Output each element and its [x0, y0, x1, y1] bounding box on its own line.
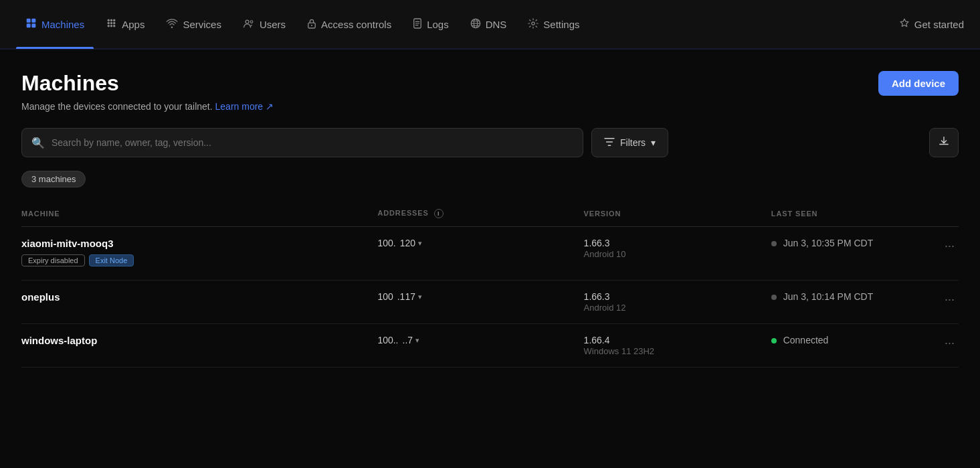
status-dot [771, 295, 777, 300]
status-dot [771, 241, 777, 246]
table-row: windows-laptop 100.. ..7 ▾ 1.66.4 Window… [21, 324, 959, 368]
get-started-button[interactable]: Get started [899, 18, 964, 31]
globe-icon [470, 18, 481, 31]
add-device-button[interactable]: Add device [878, 71, 959, 96]
status-dot [771, 338, 777, 343]
filter-icon [604, 137, 615, 149]
col-header-actions [940, 204, 959, 227]
search-row: 🔍 Filters ▾ [21, 128, 959, 157]
nav-users-label: Users [260, 19, 286, 30]
addr-prefix: 100 [377, 291, 393, 302]
download-icon [939, 136, 949, 149]
machines-count-badge: 3 machines [21, 171, 86, 187]
addr-cell: 100 .117 ▾ [377, 281, 583, 324]
table-row: xiaomi-mitv-mooq3 Expiry disabledExit No… [21, 227, 959, 281]
svg-point-14 [250, 20, 253, 23]
version-number: 1.66.3 [584, 291, 771, 302]
actions-cell: ··· [940, 227, 959, 281]
nav-item-access-controls[interactable]: Access controls [298, 0, 401, 49]
row-more-button[interactable]: ··· [941, 335, 959, 352]
svg-point-10 [108, 25, 110, 27]
machine-name-cell: xiaomi-mitv-mooq3 Expiry disabledExit No… [21, 227, 377, 281]
nav-logs-label: Logs [427, 19, 449, 30]
addresses-info-icon: i [434, 209, 444, 218]
nav-access-controls-label: Access controls [321, 19, 391, 30]
page-title-area: Machines Manage the devices connected to… [21, 71, 274, 112]
last-seen-value: Jun 3, 10:35 PM CDT [783, 238, 874, 248]
col-header-addresses: ADDRESSES i [377, 204, 583, 227]
table-row: oneplus 100 .117 ▾ 1.66.3 Android 12 Jun… [21, 281, 959, 324]
addr-cell: 100.. ..7 ▾ [377, 324, 583, 368]
nav-item-users[interactable]: Users [233, 0, 295, 49]
svg-point-4 [108, 19, 110, 21]
version-os: Android 12 [584, 303, 626, 313]
chevron-down-icon: ▾ [418, 293, 422, 301]
col-header-machine: MACHINE [21, 204, 377, 227]
last-seen-value: Connected [783, 335, 829, 345]
actions-cell: ··· [940, 281, 959, 324]
users-icon [243, 19, 255, 30]
svg-rect-3 [31, 23, 35, 27]
machine-name[interactable]: windows-laptop [21, 335, 377, 346]
apps-icon [106, 17, 117, 31]
page-subtitle: Manage the devices connected to your tai… [21, 101, 274, 112]
svg-point-11 [110, 25, 112, 27]
nav-item-dns[interactable]: DNS [461, 0, 516, 49]
addr-dropdown[interactable]: ..7 ▾ [403, 335, 420, 345]
version-number: 1.66.4 [584, 335, 771, 345]
nav-item-settings[interactable]: Settings [518, 0, 589, 49]
col-header-last-seen: LAST SEEN [771, 204, 940, 227]
svg-point-16 [311, 25, 312, 26]
filters-chevron: ▾ [651, 137, 656, 148]
svg-point-7 [108, 22, 110, 24]
nav-item-services[interactable]: Services [157, 0, 231, 49]
svg-rect-2 [27, 23, 31, 27]
svg-rect-0 [27, 19, 31, 23]
version-cell: 1.66.3 Android 12 [584, 281, 771, 324]
gear-icon [528, 18, 538, 31]
tag-exit: Exit Node [89, 254, 134, 266]
machines-table: MACHINE ADDRESSES i VERSION LAST SEEN xi… [21, 204, 959, 368]
addr-dropdown[interactable]: .117 ▾ [397, 291, 422, 302]
nav-services-label: Services [183, 19, 221, 30]
machine-name-cell: oneplus [21, 281, 377, 324]
addr-cell: 100. 120 ▾ [377, 227, 583, 281]
lock-icon [307, 18, 316, 31]
chevron-down-icon: ▾ [418, 239, 422, 248]
version-os: Android 10 [584, 249, 626, 259]
svg-point-13 [246, 20, 249, 23]
learn-more-link[interactable]: Learn more ↗ [215, 101, 274, 112]
star-icon [899, 18, 910, 31]
nav-brand-label: Machines [41, 19, 84, 30]
page-header: Machines Manage the devices connected to… [21, 71, 959, 112]
addr-prefix: 100.. [377, 335, 398, 345]
svg-point-8 [110, 22, 112, 24]
nav-item-logs[interactable]: Logs [403, 0, 458, 49]
svg-point-6 [113, 19, 115, 21]
search-icon: 🔍 [31, 137, 45, 149]
row-more-button[interactable]: ··· [941, 238, 959, 254]
svg-point-5 [110, 19, 112, 21]
svg-point-12 [113, 25, 115, 27]
tag-expiry: Expiry disabled [21, 254, 85, 266]
machine-name-cell: windows-laptop [21, 324, 377, 368]
machine-name[interactable]: xiaomi-mitv-mooq3 [21, 238, 377, 249]
get-started-label: Get started [914, 19, 964, 30]
svg-point-26 [532, 21, 534, 24]
addr-dropdown[interactable]: 120 ▾ [400, 238, 422, 248]
addr-prefix: 100. [377, 238, 395, 248]
nav-apps-label: Apps [122, 19, 144, 30]
main-content: Machines Manage the devices connected to… [0, 50, 980, 368]
page-title: Machines [21, 71, 274, 96]
nav-item-machines[interactable]: Machines [16, 0, 94, 49]
download-button[interactable] [929, 128, 959, 157]
version-cell: 1.66.3 Android 10 [584, 227, 771, 281]
last-seen-cell: Jun 3, 10:14 PM CDT [771, 281, 940, 324]
wifi-icon [166, 19, 178, 30]
filters-label: Filters [620, 137, 646, 148]
search-input[interactable] [52, 137, 573, 148]
nav-item-apps[interactable]: Apps [96, 0, 154, 49]
machine-name[interactable]: oneplus [21, 291, 377, 303]
filters-button[interactable]: Filters ▾ [591, 128, 668, 157]
row-more-button[interactable]: ··· [941, 291, 959, 308]
